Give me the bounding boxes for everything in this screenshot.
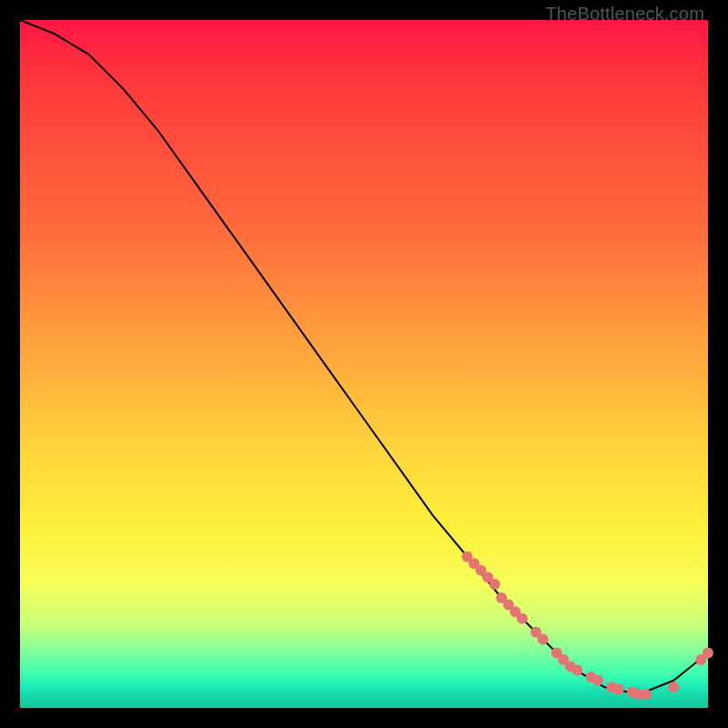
scatter-point	[490, 579, 500, 590]
scatter-point	[592, 675, 603, 686]
chart-frame: TheBottleneck.com	[0, 0, 728, 728]
chart-curve	[20, 20, 708, 694]
scatter-point	[703, 648, 713, 659]
scatter-point	[517, 613, 528, 624]
scatter-point	[538, 633, 549, 644]
scatter-point	[641, 689, 652, 700]
scatter-point	[571, 664, 582, 675]
scatter-point	[613, 684, 624, 695]
watermark-text: TheBottleneck.com	[545, 4, 704, 25]
chart-overlay-svg	[20, 20, 708, 708]
scatter-point	[668, 682, 679, 693]
chart-scatter-points	[461, 551, 713, 700]
